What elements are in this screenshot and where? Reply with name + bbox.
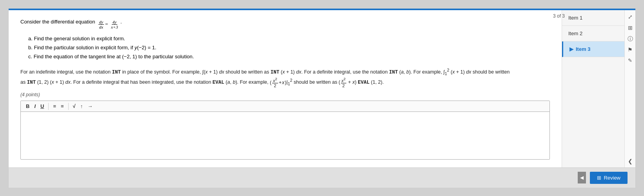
sidebar-item-1-label: Item 1	[568, 15, 582, 21]
grid-icon[interactable]: ⊞	[627, 24, 633, 31]
fraction-dy-dx: dy dx	[98, 20, 104, 29]
editor-toolbar: B I U ≡ ≡ √ ↑ →	[21, 101, 549, 112]
right-icon-bar: ⤢ ⊞ ⓘ ⚑ ✎ ❮	[624, 10, 635, 167]
italic-button[interactable]: I	[32, 102, 38, 110]
expand-icon[interactable]: ⤢	[627, 13, 633, 20]
underline-button[interactable]: U	[38, 102, 46, 110]
sidebar-item-3[interactable]: ▶ Item 3	[562, 41, 624, 57]
sidebar-item-1[interactable]: Item 1	[562, 10, 624, 26]
part-c: c. Find the equation of the tangent line…	[28, 52, 550, 61]
review-icon: ⊞	[597, 175, 601, 181]
toolbar-separator-2	[68, 103, 69, 110]
review-button[interactable]: ⊞ Review	[590, 172, 628, 184]
points-label: (4 points)	[20, 92, 550, 97]
info-icon[interactable]: ⓘ	[627, 35, 634, 42]
redo-button[interactable]: →	[86, 102, 95, 110]
fraction-4y: 4y x+3	[110, 20, 119, 29]
sub-parts: a. Find the general solution in explicit…	[28, 34, 550, 61]
outer-container: 3 of 3 Consider the differential equatio…	[4, 4, 640, 192]
instructions: For an indefinite integral, use the nota…	[20, 67, 550, 88]
review-label: Review	[604, 175, 620, 181]
main-card: 3 of 3 Consider the differential equatio…	[8, 8, 636, 188]
question-area: Consider the differential equation dy dx…	[9, 10, 562, 167]
undo-button[interactable]: ↑	[78, 102, 85, 110]
sidebar: Item 1 Item 2 ▶ Item 3	[562, 10, 624, 167]
outdent-button[interactable]: ≡	[59, 102, 66, 110]
part-b: b. Find the particular solution in expli…	[28, 43, 550, 52]
active-arrow: ▶	[569, 46, 573, 52]
collapse-right-button[interactable]: ❮	[628, 158, 633, 164]
eval-frac2: x2 2	[341, 77, 347, 88]
editor-content[interactable]	[21, 112, 549, 159]
math-dy-dx: dy dx = 4y x+3	[98, 19, 120, 25]
instruction-line1: For an indefinite integral, use the nota…	[20, 67, 550, 77]
indent-button[interactable]: ≡	[51, 102, 58, 110]
collapse-left-button[interactable]: ◀	[578, 172, 586, 183]
page-number: 3 of 3	[553, 13, 565, 19]
sidebar-item-2[interactable]: Item 2	[562, 26, 624, 41]
card-content: Consider the differential equation dy dx…	[9, 10, 635, 167]
editor-box: B I U ≡ ≡ √ ↑ →	[20, 101, 550, 159]
question-header: Consider the differential equation dy dx…	[20, 18, 550, 29]
flag-icon[interactable]: ⚑	[627, 46, 633, 53]
part-a: a. Find the general solution in explicit…	[28, 34, 550, 43]
edit-icon[interactable]: ✎	[627, 57, 633, 64]
bottom-bar: ◀ ⊞ Review	[9, 167, 635, 188]
sidebar-item-3-label: Item 3	[576, 46, 591, 52]
eval-frac1: x2 2	[272, 77, 278, 88]
instruction-line2: as INT (1, 2) (x + 1) dx. For a definite…	[20, 77, 550, 88]
bold-button[interactable]: B	[24, 102, 31, 110]
toolbar-separator-1	[48, 103, 49, 110]
sidebar-item-2-label: Item 2	[568, 31, 582, 36]
sqrt-button[interactable]: √	[71, 102, 78, 110]
